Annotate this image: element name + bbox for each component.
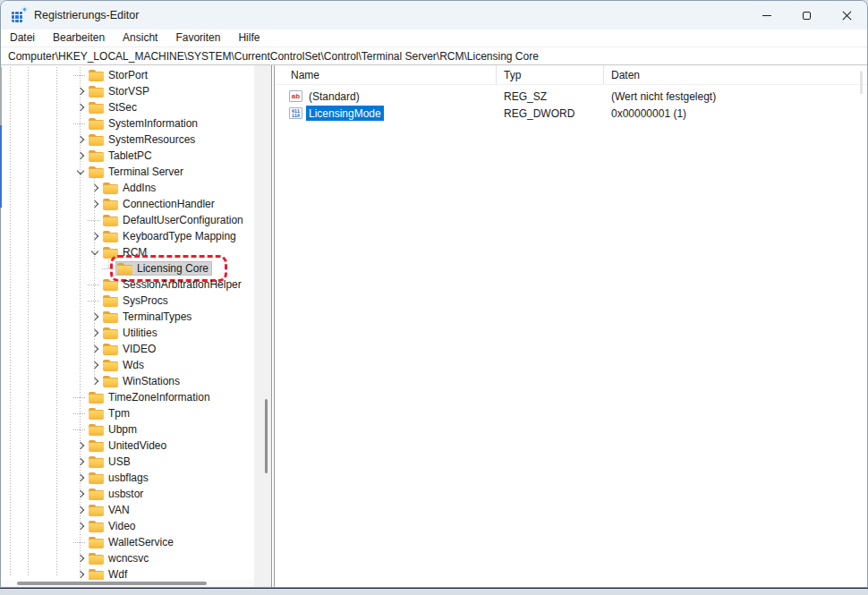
tree-item-defaultuserconfiguration[interactable]: DefaultUserConfiguration: [1, 212, 254, 228]
folder-icon: [89, 505, 104, 516]
chevron-icon[interactable]: [76, 502, 85, 518]
tree-item-winstations[interactable]: WinStations: [1, 373, 254, 389]
tree-item-terminaltypes[interactable]: TerminalTypes: [1, 309, 254, 325]
tree-item-wds[interactable]: Wds: [1, 357, 254, 373]
value-data: 0x00000001 (1): [604, 107, 867, 120]
chevron-icon[interactable]: [76, 550, 85, 566]
tree-item-walletservice[interactable]: WalletService: [1, 534, 254, 550]
background-window-edge: [0, 67, 2, 125]
chevron-icon[interactable]: [90, 196, 99, 212]
menu-item-favoriten[interactable]: Favoriten: [166, 30, 229, 47]
tree-item-usbstor[interactable]: usbstor: [1, 486, 254, 502]
menu-item-bearbeiten[interactable]: Bearbeiten: [44, 30, 114, 47]
tree-item-systemresources[interactable]: SystemResources: [1, 132, 254, 148]
tree-connector: [105, 260, 114, 276]
tree-item-rcm[interactable]: RCM: [1, 244, 254, 260]
tree-item-sysprocs[interactable]: SysProcs: [1, 293, 254, 309]
registry-value-row-licensingmode[interactable]: LicensingMode REG_DWORD 0x00000001 (1): [275, 105, 867, 122]
folder-icon: [103, 247, 118, 259]
chevron-icon[interactable]: [90, 341, 99, 357]
chevron-icon[interactable]: [90, 373, 99, 389]
tree-item-storvsp[interactable]: StorVSP: [1, 83, 254, 99]
tree-item-wcncsvc[interactable]: wcncsvc: [1, 550, 254, 566]
tree-item-tpm[interactable]: Tpm: [1, 405, 254, 421]
minimize-button[interactable]: [746, 1, 787, 30]
tree-item-label: SessionArbitrationHelper: [123, 278, 242, 291]
tree-item-utilities[interactable]: Utilities: [1, 325, 254, 341]
tree-item-label: UnitedVideo: [108, 439, 166, 452]
chevron-icon[interactable]: [90, 325, 99, 341]
maximize-button[interactable]: [787, 1, 827, 30]
tree-item-label: Ubpm: [108, 423, 137, 436]
tree-item-connectionhandler[interactable]: ConnectionHandler: [1, 196, 254, 212]
chevron-icon[interactable]: [76, 486, 85, 502]
tree-item-terminal-server[interactable]: Terminal Server: [1, 164, 254, 180]
tree-item-licensing-core[interactable]: Licensing Core: [1, 260, 254, 276]
tree-item-timezoneinformation[interactable]: TimeZoneInformation: [1, 389, 254, 405]
tree-item-ubpm[interactable]: Ubpm: [1, 421, 254, 438]
desktop-background-strip: [0, 588, 868, 595]
menu-item-ansicht[interactable]: Ansicht: [114, 30, 166, 47]
tree-item-stsec[interactable]: StSec: [1, 99, 254, 115]
tree-item-video[interactable]: VIDEO: [1, 341, 254, 357]
chevron-icon[interactable]: [76, 148, 85, 164]
folder-icon: [117, 263, 132, 275]
menu-item-hilfe[interactable]: Hilfe: [229, 30, 268, 47]
column-header-type[interactable]: Typ: [497, 65, 604, 84]
chevron-icon[interactable]: [76, 470, 85, 486]
column-header-data[interactable]: Daten: [604, 65, 867, 84]
address-bar[interactable]: Computer\HKEY_LOCAL_MACHINE\SYSTEM\Curre…: [1, 47, 867, 65]
tree-vertical-scrollbar-thumb[interactable]: [265, 399, 268, 473]
chevron-icon[interactable]: [90, 357, 99, 373]
chevron-icon[interactable]: [76, 132, 85, 148]
tree-item-label: SystemResources: [108, 133, 195, 146]
tree-item-label: RCM: [123, 246, 147, 259]
tree-item-label: StorPort: [108, 69, 148, 81]
column-header-name[interactable]: Name: [275, 65, 497, 84]
tree-item-storport[interactable]: StorPort: [1, 67, 254, 83]
folder-icon: [89, 166, 104, 178]
tree-item-van[interactable]: VAN: [1, 502, 254, 518]
values-scrollbar-thumb[interactable]: [860, 71, 863, 94]
tree-item-usb[interactable]: USB: [1, 454, 254, 470]
chevron-icon[interactable]: [76, 164, 85, 180]
chevron-icon[interactable]: [90, 309, 99, 325]
tree-item-video[interactable]: Video: [1, 518, 254, 534]
menu-item-datei[interactable]: Datei: [1, 30, 44, 47]
folder-icon: [103, 279, 118, 291]
tree-vertical-scrollbar-track[interactable]: [254, 65, 271, 588]
registry-values-pane: Name Typ Daten (Standard) REG_SZ (Wert n…: [275, 65, 867, 588]
tree-horizontal-scrollbar-track[interactable]: [1, 580, 254, 588]
chevron-icon[interactable]: [76, 438, 85, 454]
tree-item-tabletpc[interactable]: TabletPC: [1, 148, 254, 164]
chevron-icon[interactable]: [90, 244, 99, 260]
tree-item-unitedvideo[interactable]: UnitedVideo: [1, 438, 254, 454]
folder-icon: [89, 70, 104, 81]
tree-item-keyboardtype-mapping[interactable]: KeyboardType Mapping: [1, 228, 254, 244]
tree-item-label: USB: [108, 455, 131, 468]
chevron-icon[interactable]: [76, 99, 85, 115]
maximize-icon: [803, 12, 811, 20]
tree-item-addins[interactable]: AddIns: [1, 180, 254, 196]
chevron-icon[interactable]: [76, 518, 85, 534]
window-title: Registrierungs-Editor: [34, 9, 139, 21]
close-button[interactable]: [827, 1, 867, 30]
chevron-icon[interactable]: [90, 180, 99, 196]
folder-icon: [89, 472, 104, 484]
tree-item-systeminformation[interactable]: SystemInformation: [1, 115, 254, 132]
folder-icon: [89, 102, 104, 114]
folder-icon: [89, 408, 104, 420]
chevron-icon[interactable]: [76, 454, 85, 470]
tree-item-sessionarbitrationhelper[interactable]: SessionArbitrationHelper: [1, 276, 254, 293]
chevron-icon[interactable]: [76, 83, 85, 99]
folder-icon: [103, 183, 118, 194]
registry-editor-app-icon: [12, 8, 26, 22]
chevron-icon[interactable]: [90, 228, 99, 244]
registry-value-row-standard[interactable]: (Standard) REG_SZ (Wert nicht festgelegt…: [275, 88, 867, 105]
tree-item-usbflags[interactable]: usbflags: [1, 470, 254, 486]
folder-icon: [103, 311, 118, 323]
folder-icon: [89, 569, 104, 581]
tree-horizontal-scrollbar-thumb[interactable]: [17, 582, 207, 585]
tree-item-label: SystemInformation: [108, 117, 198, 130]
value-type: REG_SZ: [497, 90, 604, 103]
